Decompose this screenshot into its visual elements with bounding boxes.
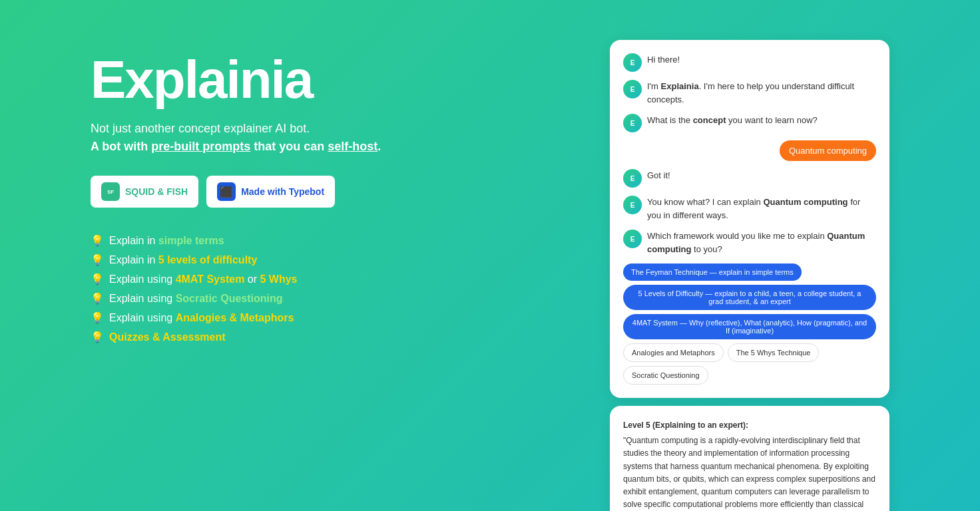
btn-feynman[interactable]: The Feyman Technique — explain in simple… bbox=[623, 263, 802, 281]
expert-content: "Quantum computing is a rapidly-evolving… bbox=[623, 434, 876, 511]
typebot-badge[interactable]: ⬛ Made with Typebot bbox=[206, 176, 335, 208]
hero-title: Explainia bbox=[91, 53, 583, 106]
hero-subtitle: Not just another concept explainer AI bo… bbox=[91, 120, 583, 156]
squid-fish-label: SQUID & FISH bbox=[125, 186, 188, 197]
bulb-icon-4: 💡 bbox=[91, 292, 104, 305]
hero-features-list: 💡 Explain in simple terms 💡 Explain in 5… bbox=[91, 234, 583, 343]
hero-inner: Explainia Not just another concept expla… bbox=[91, 40, 889, 511]
chat-explain-message: E You know what? I can explain Quantum c… bbox=[623, 196, 876, 222]
hero-section: Explainia Not just another concept expla… bbox=[0, 0, 980, 511]
feature-socratic: 💡 Explain using Socratic Questioning bbox=[91, 292, 583, 305]
bulb-icon-2: 💡 bbox=[91, 254, 104, 266]
chat-intro-message: E I'm Explainia. I'm here to help you un… bbox=[623, 80, 876, 106]
squid-fish-icon: SF bbox=[101, 182, 120, 201]
bot-avatar-6: E bbox=[623, 230, 642, 248]
feature-socratic-text: Socratic Questioning bbox=[176, 293, 283, 304]
btn-5whys[interactable]: The 5 Whys Technique bbox=[728, 343, 820, 362]
hero-badges: SF SQUID & FISH ⬛ Made with Typebot bbox=[91, 176, 583, 208]
feature-quizzes: 💡 Quizzes & Assessment bbox=[91, 331, 583, 343]
bulb-icon-6: 💡 bbox=[91, 331, 104, 343]
feature-4mat-5whys: 💡 Explain using 4MAT System or 5 Whys bbox=[91, 273, 583, 285]
page-wrapper: Explainia Not just another concept expla… bbox=[0, 0, 980, 511]
hero-left: Explainia Not just another concept expla… bbox=[91, 40, 583, 350]
feature-4mat-text: 4MAT System bbox=[176, 273, 245, 285]
chat-framework-text: Which framework would you like me to exp… bbox=[647, 230, 876, 256]
feature-simple-terms: 💡 Explain in simple terms bbox=[91, 234, 583, 247]
feature-5-levels: 💡 Explain in 5 levels of difficulty bbox=[91, 254, 583, 266]
typebot-label: Made with Typebot bbox=[241, 186, 324, 197]
chat-framework-message: E Which framework would you like me to e… bbox=[623, 230, 876, 256]
chat-framework-buttons: The Feyman Technique — explain in simple… bbox=[623, 263, 876, 385]
chat-window-2: Level 5 (Explaining to an expert): "Quan… bbox=[610, 406, 889, 511]
chat-hi-text: Hi there! bbox=[647, 53, 680, 67]
chat-user-reply: Quantum computing bbox=[623, 140, 876, 161]
user-bubble-text: Quantum computing bbox=[780, 140, 876, 161]
feature-simple-terms-text: simple terms bbox=[158, 235, 224, 246]
bot-avatar-1: E bbox=[623, 53, 642, 72]
typebot-icon: ⬛ bbox=[217, 182, 236, 201]
bulb-icon-3: 💡 bbox=[91, 273, 104, 285]
btn-analogies[interactable]: Analogies and Metaphors bbox=[623, 343, 724, 362]
chat-explain-text: You know what? I can explain Quantum com… bbox=[647, 196, 876, 222]
bulb-icon-5: 💡 bbox=[91, 311, 104, 324]
bot-avatar-3: E bbox=[623, 114, 642, 132]
chat-gotit-message: E Got it! bbox=[623, 169, 876, 188]
chat-question-message: E What is the concept you want to learn … bbox=[623, 114, 876, 132]
feature-analogies: 💡 Explain using Analogies & Metaphors bbox=[91, 311, 583, 324]
chat-question-text: What is the concept you want to learn no… bbox=[647, 114, 818, 127]
chat-window-1: E Hi there! E I'm Explainia. I'm here to… bbox=[610, 40, 889, 398]
bot-avatar-2: E bbox=[623, 80, 642, 98]
btn-5levels[interactable]: 5 Levels of Difficulty — explain to a ch… bbox=[623, 285, 876, 310]
squid-fish-badge[interactable]: SF SQUID & FISH bbox=[91, 176, 198, 208]
feature-5-levels-text: 5 levels of difficulty bbox=[158, 254, 257, 265]
expert-label: Level 5 (Explaining to an expert): bbox=[623, 419, 876, 432]
btn-4mat[interactable]: 4MAT System — Why (reflective), What (an… bbox=[623, 314, 876, 339]
feature-analogies-text: Analogies & Metaphors bbox=[176, 312, 294, 323]
btn-socratic[interactable]: Socratic Questioning bbox=[623, 366, 708, 385]
chat-expert-text: Level 5 (Explaining to an expert): "Quan… bbox=[623, 419, 876, 511]
hero-right: E Hi there! E I'm Explainia. I'm here to… bbox=[610, 40, 889, 511]
feature-5whys-text: 5 Whys bbox=[260, 273, 297, 285]
bot-avatar-5: E bbox=[623, 196, 642, 214]
bulb-icon-1: 💡 bbox=[91, 234, 104, 247]
chat-hi-message: E Hi there! bbox=[623, 53, 876, 72]
hero-subtitle-bold: A bot with pre-built prompts that you ca… bbox=[91, 140, 381, 153]
chat-intro-text: I'm Explainia. I'm here to help you unde… bbox=[647, 80, 876, 106]
chat-gotit-text: Got it! bbox=[647, 169, 670, 182]
bot-avatar-4: E bbox=[623, 169, 642, 188]
feature-quizzes-text: Quizzes & Assessment bbox=[109, 331, 226, 343]
